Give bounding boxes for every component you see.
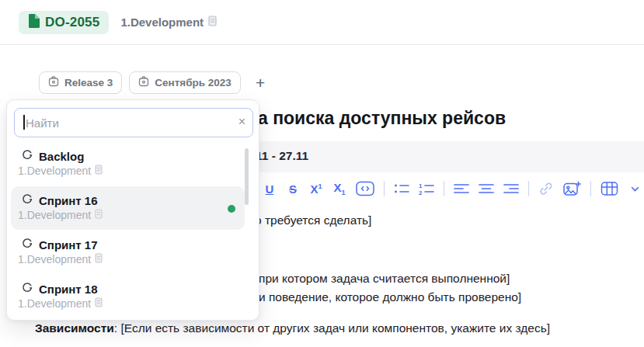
toolbar-divider [444, 181, 444, 196]
toolbar-divider [528, 181, 529, 196]
body-text-fragment: при котором задача считается выполненной… [259, 272, 510, 286]
dependencies-label: Зависимости [35, 321, 114, 335]
search-input[interactable] [15, 109, 252, 137]
dependencies-text: : [Если есть зависимости от других задач… [114, 321, 550, 335]
page-title: а поиска доступных рейсов [258, 108, 506, 129]
iteration-icon [22, 193, 33, 207]
svg-text:2: 2 [419, 189, 423, 196]
iteration-icon [22, 149, 33, 163]
active-sprint-dot [228, 205, 235, 213]
sprint-title: Backlog [39, 150, 84, 163]
body-text-fragment: о требуется сделать] [255, 213, 371, 227]
toolbar-divider [590, 181, 591, 196]
align-center-button[interactable] [479, 179, 494, 198]
page-icon [95, 253, 103, 265]
search-field: × [14, 108, 253, 137]
page-icon [95, 165, 103, 177]
dependencies-line: Зависимости: [Если есть зависимости от д… [35, 321, 550, 335]
superscript-button[interactable]: X1 [309, 179, 323, 198]
strikethrough-button[interactable]: S [286, 179, 300, 198]
link-icon[interactable] [538, 179, 554, 198]
sprint-subtitle: 1.Development [18, 209, 91, 221]
page-icon [95, 209, 103, 221]
insert-image-button[interactable] [563, 179, 581, 198]
toolbar-divider [384, 181, 385, 196]
subscript-button[interactable]: X1 [332, 179, 346, 198]
app-root: DO-2055 1.Development Release 3 Сентябрь… [0, 0, 644, 347]
ordered-list-button[interactable]: 12 [419, 179, 434, 198]
dropdown-scrollbar[interactable] [245, 148, 249, 205]
list-item-sprint-18[interactable]: Спринт 18 1.Development [7, 275, 259, 319]
align-right-button[interactable] [503, 179, 519, 198]
sprint-dropdown: × Backlog 1.Development [6, 99, 259, 321]
body-text-fragment: и поведение, которое должно быть провере… [259, 290, 521, 304]
chevron-down-icon[interactable] [628, 179, 642, 198]
editor-toolbar: U S X1 X1 12 [263, 179, 644, 198]
list-item-sprint-17[interactable]: Спринт 17 1.Development [7, 231, 259, 275]
sprint-subtitle: 1.Development [18, 253, 91, 265]
sprint-subtitle: 1.Development [18, 165, 91, 177]
iteration-icon [22, 238, 33, 252]
sprint-title: Спринт 18 [39, 283, 98, 296]
align-left-button[interactable] [454, 179, 469, 198]
list-item-backlog[interactable]: Backlog 1.Development [7, 142, 259, 186]
page-icon [95, 297, 103, 310]
date-range: 11 - 27.11 [256, 149, 308, 163]
sprint-title: Спринт 16 [39, 194, 98, 207]
sprint-list: Backlog 1.Development Спринт 16 [7, 142, 259, 319]
underline-button[interactable]: U [263, 179, 277, 198]
clear-icon[interactable]: × [238, 114, 245, 130]
list-item-sprint-16[interactable]: Спринт 16 1.Development [7, 186, 259, 231]
code-block-button[interactable] [356, 179, 374, 198]
text-caret [23, 115, 25, 130]
iteration-icon [22, 282, 33, 296]
table-button[interactable] [600, 179, 618, 198]
svg-text:1: 1 [419, 182, 423, 189]
bullet-list-button[interactable] [394, 179, 409, 198]
sprint-title: Спринт 17 [39, 238, 98, 252]
sprint-subtitle: 1.Development [18, 297, 91, 310]
